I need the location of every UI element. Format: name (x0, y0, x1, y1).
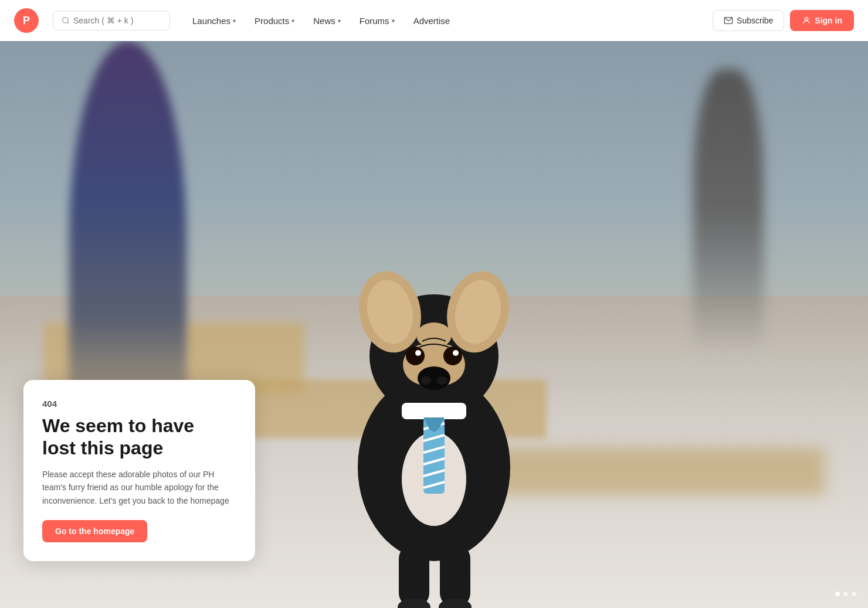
user-icon (802, 16, 811, 25)
dot-2 (843, 592, 848, 596)
chevron-down-icon: ▾ (233, 18, 236, 24)
logo[interactable]: P (14, 8, 39, 33)
svg-point-20 (437, 376, 447, 385)
nav-links: Launches ▾ Products ▾ News ▾ Forums ▾ Ad… (184, 11, 708, 30)
go-to-homepage-button[interactable]: Go to the homepage (42, 520, 147, 542)
error-heading: We seem to have lost this page (42, 415, 236, 460)
svg-point-16 (415, 350, 421, 356)
nav-item-advertise[interactable]: Advertise (405, 11, 459, 30)
error-description: Please accept these adorable photos of o… (42, 468, 236, 507)
svg-point-19 (421, 376, 431, 385)
chevron-down-icon: ▾ (291, 18, 294, 24)
nav-item-forums[interactable]: Forums ▾ (351, 11, 403, 30)
svg-rect-21 (402, 403, 466, 419)
navbar: P Launches ▾ Products ▾ News ▾ Forums ▾ … (0, 0, 868, 41)
chevron-down-icon: ▾ (338, 18, 341, 24)
svg-point-17 (453, 350, 459, 356)
svg-rect-30 (399, 544, 429, 608)
svg-point-3 (805, 18, 808, 21)
nav-item-launches[interactable]: Launches ▾ (184, 11, 244, 30)
logo-letter: P (23, 15, 30, 27)
svg-point-14 (406, 347, 425, 365)
svg-rect-31 (440, 544, 470, 608)
nav-item-products[interactable]: Products ▾ (246, 11, 303, 30)
nav-item-news[interactable]: News ▾ (305, 11, 349, 30)
error-card: 404 We seem to have lost this page Pleas… (23, 380, 255, 561)
svg-line-1 (67, 22, 69, 24)
svg-point-0 (63, 18, 68, 23)
dot-1 (835, 592, 840, 596)
dog-image (311, 104, 557, 608)
dot-3 (852, 592, 856, 596)
subscribe-button[interactable]: Subscribe (713, 10, 784, 31)
search-input[interactable] (73, 16, 161, 25)
nav-actions: Subscribe Sign in (713, 10, 854, 31)
indicator-dots (835, 592, 856, 596)
error-code: 404 (42, 399, 236, 409)
envelope-icon (724, 16, 733, 25)
search-box[interactable] (53, 11, 170, 30)
search-icon (62, 16, 70, 25)
signin-button[interactable]: Sign in (790, 10, 854, 31)
svg-point-15 (443, 347, 462, 365)
chevron-down-icon: ▾ (392, 18, 395, 24)
